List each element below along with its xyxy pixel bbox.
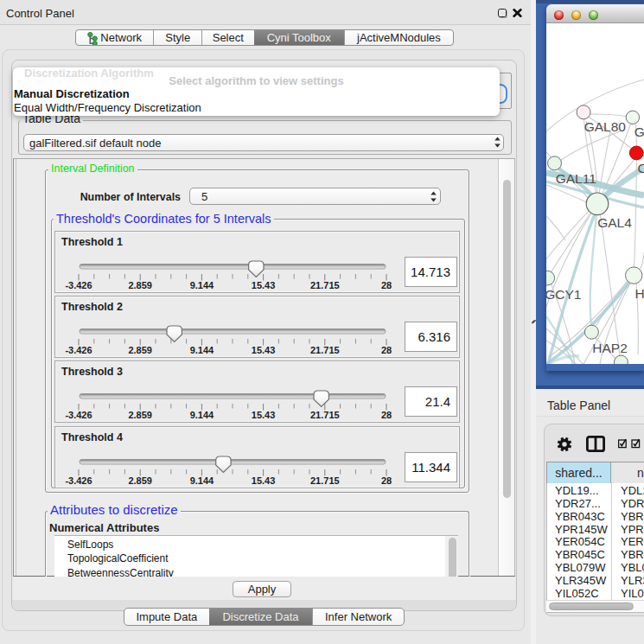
svg-text:-3.426: -3.426 [65, 280, 92, 290]
svg-text:2.859: 2.859 [128, 410, 152, 420]
svg-text:21.715: 21.715 [310, 280, 340, 290]
svg-text:21.715: 21.715 [310, 410, 340, 420]
svg-text:GAL80: GAL80 [584, 119, 627, 134]
svg-text:28: 28 [381, 475, 392, 486]
svg-text:-3.426: -3.426 [65, 345, 92, 355]
svg-text:15.43: 15.43 [252, 280, 276, 290]
svg-text:15.43: 15.43 [252, 345, 276, 355]
svg-text:9.144: 9.144 [190, 475, 214, 486]
svg-text:2.859: 2.859 [128, 280, 152, 290]
svg-text:C: C [638, 161, 644, 175]
svg-text:15.43: 15.43 [252, 475, 276, 486]
svg-text:GCY1: GCY1 [546, 287, 581, 302]
svg-text:21.715: 21.715 [310, 345, 340, 355]
svg-text:2.859: 2.859 [128, 475, 152, 486]
svg-text:21.715: 21.715 [310, 475, 340, 486]
svg-text:HAP2: HAP2 [592, 341, 628, 355]
svg-text:28: 28 [381, 410, 392, 420]
svg-text:9.144: 9.144 [190, 410, 214, 420]
svg-text:2.859: 2.859 [128, 345, 152, 355]
svg-text:GAL11: GAL11 [556, 171, 596, 186]
svg-text:28: 28 [381, 345, 392, 355]
svg-text:9.144: 9.144 [190, 345, 214, 355]
svg-text:H: H [635, 286, 644, 301]
svg-text:15.43: 15.43 [252, 410, 276, 420]
svg-text:-3.426: -3.426 [65, 410, 92, 420]
svg-text:9.144: 9.144 [190, 280, 214, 290]
svg-text:GAL4: GAL4 [597, 215, 632, 230]
svg-text:-3.426: -3.426 [65, 475, 92, 486]
svg-text:28: 28 [381, 280, 392, 290]
svg-text:GA: GA [634, 124, 644, 139]
